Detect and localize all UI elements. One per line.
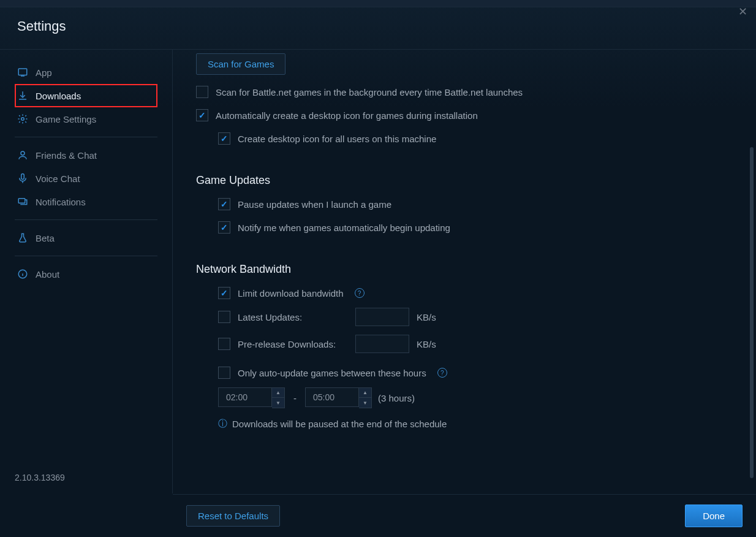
game-updates-title: Game Updates xyxy=(196,174,733,187)
svg-point-1 xyxy=(21,118,25,121)
scrollbar[interactable] xyxy=(750,147,754,478)
all-users-icon-label: Create desktop icon for all users on thi… xyxy=(238,134,436,144)
svg-rect-0 xyxy=(18,69,27,75)
footer: Reset to Defaults Done xyxy=(173,494,756,537)
latest-updates-input[interactable] xyxy=(355,308,409,326)
time-end-input[interactable]: 05:00 xyxy=(305,387,359,407)
unit-label: KB/s xyxy=(417,339,436,349)
limit-bandwidth-label: Limit download bandwidth xyxy=(238,288,344,299)
flask-icon xyxy=(17,232,28,243)
prerelease-input[interactable] xyxy=(355,335,409,353)
only-auto-update-checkbox[interactable] xyxy=(218,367,230,379)
divider xyxy=(15,256,157,256)
friends-icon xyxy=(17,150,28,161)
sidebar: App Downloads Game Settings Friends xyxy=(0,50,173,493)
help-icon[interactable]: ? xyxy=(437,368,447,378)
time-start-input[interactable]: 02:00 xyxy=(218,387,272,407)
reset-defaults-button[interactable]: Reset to Defaults xyxy=(186,505,280,527)
microphone-icon xyxy=(17,173,28,184)
sidebar-item-beta[interactable]: Beta xyxy=(15,226,157,249)
schedule-info-label: Downloads will be paused at the end of t… xyxy=(232,419,447,429)
duration-label: (3 hours) xyxy=(378,393,415,403)
time-start-down-button[interactable]: ▼ xyxy=(272,398,284,408)
latest-updates-checkbox[interactable] xyxy=(218,311,230,323)
info-icon xyxy=(17,268,28,280)
latest-updates-label: Latest Updates: xyxy=(238,312,348,322)
download-icon xyxy=(17,90,28,101)
sidebar-item-game-settings[interactable]: Game Settings xyxy=(15,107,157,131)
sidebar-item-notifications[interactable]: Notifications xyxy=(15,190,157,213)
prerelease-label: Pre-release Downloads: xyxy=(238,339,348,349)
all-users-icon-checkbox[interactable] xyxy=(218,132,230,145)
divider xyxy=(15,137,157,137)
close-icon[interactable]: ✕ xyxy=(738,5,747,18)
svg-point-2 xyxy=(21,151,25,155)
sidebar-item-label: Downloads xyxy=(36,91,81,101)
help-icon[interactable]: ? xyxy=(355,288,365,298)
done-button[interactable]: Done xyxy=(685,505,743,527)
notify-updates-checkbox[interactable] xyxy=(218,221,230,234)
scan-background-label: Scan for Battle.net games in the backgro… xyxy=(216,87,523,97)
network-bandwidth-title: Network Bandwidth xyxy=(196,263,733,276)
divider xyxy=(15,219,157,220)
only-auto-update-label: Only auto-update games between these hou… xyxy=(238,368,426,378)
notify-updates-label: Notify me when games automatically begin… xyxy=(238,223,450,233)
app-icon xyxy=(17,67,28,78)
svg-rect-3 xyxy=(21,174,25,180)
pause-updates-label: Pause updates when I launch a game xyxy=(238,199,391,210)
scan-games-button[interactable]: Scan for Games xyxy=(196,53,285,75)
time-end-down-button[interactable]: ▼ xyxy=(359,398,371,408)
page-title: Settings xyxy=(17,18,739,34)
version-label: 2.10.3.13369 xyxy=(15,473,65,482)
main-content: Scan for Games Scan for Battle.net games… xyxy=(173,50,756,493)
notifications-icon xyxy=(17,196,28,207)
header: Settings xyxy=(0,7,756,50)
sidebar-item-label: About xyxy=(36,269,59,280)
sidebar-item-label: Voice Chat xyxy=(36,173,80,184)
sidebar-item-label: Game Settings xyxy=(36,114,96,124)
time-end-up-button[interactable]: ▲ xyxy=(359,388,371,398)
sidebar-item-label: Friends & Chat xyxy=(36,150,97,161)
auto-desktop-icon-checkbox[interactable] xyxy=(196,109,208,121)
sidebar-item-label: Notifications xyxy=(36,197,86,207)
time-start-up-button[interactable]: ▲ xyxy=(272,388,284,398)
scan-background-checkbox[interactable] xyxy=(196,86,208,98)
sidebar-item-label: App xyxy=(36,67,52,78)
sidebar-item-friends[interactable]: Friends & Chat xyxy=(15,143,157,167)
prerelease-checkbox[interactable] xyxy=(218,338,230,350)
time-dash: - xyxy=(293,393,297,403)
game-settings-icon xyxy=(17,113,28,124)
sidebar-item-app[interactable]: App xyxy=(15,61,157,84)
sidebar-item-label: Beta xyxy=(36,233,55,243)
limit-bandwidth-checkbox[interactable] xyxy=(218,287,230,299)
info-icon: ⓘ xyxy=(218,418,227,430)
sidebar-item-about[interactable]: About xyxy=(15,262,157,286)
unit-label: KB/s xyxy=(417,312,436,322)
sidebar-item-downloads[interactable]: Downloads xyxy=(15,84,157,107)
svg-rect-4 xyxy=(18,199,25,204)
sidebar-item-voice[interactable]: Voice Chat xyxy=(15,167,157,190)
pause-updates-checkbox[interactable] xyxy=(218,198,230,210)
auto-desktop-icon-label: Automatically create a desktop icon for … xyxy=(216,110,478,121)
